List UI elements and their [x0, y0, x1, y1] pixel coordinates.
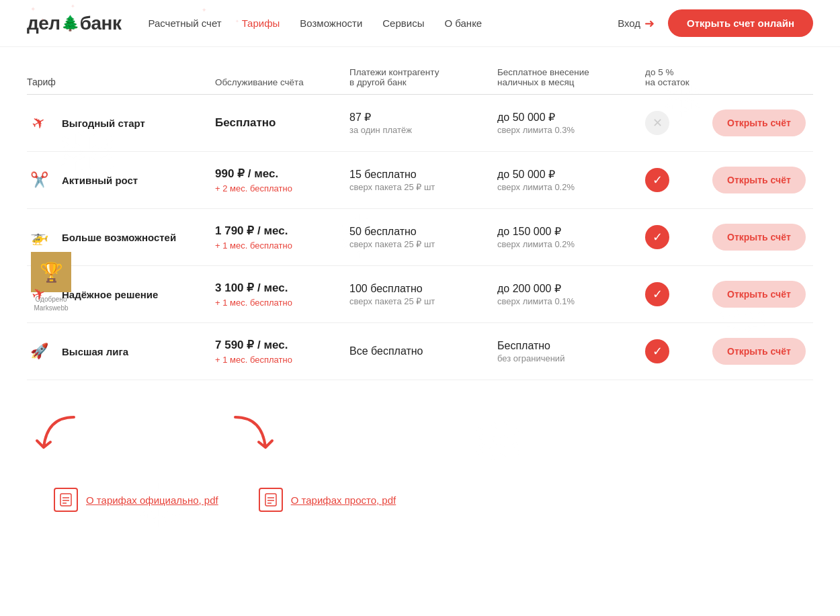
- tariff-icon-4: 🚀: [27, 339, 51, 363]
- cash-sub-4: без ограничений: [497, 353, 645, 363]
- login-arrow-icon: ➜: [644, 16, 655, 31]
- open-account-btn-4[interactable]: Открыть счёт: [712, 338, 806, 365]
- tariff-price-3: 3 100 ₽ / мес. + 1 мес. бесплатно: [215, 281, 349, 308]
- tariff-price-2: 1 790 ₽ / мес. + 1 мес. бесплатно: [215, 224, 349, 251]
- tariff-row-1: ✂️ Активный рост 990 ₽ / мес. + 2 мес. б…: [27, 152, 813, 209]
- tariff-price-4: 7 590 ₽ / мес. + 1 мес. бесплатно: [215, 338, 349, 365]
- tariff-action-0: Открыть счёт: [712, 109, 820, 136]
- footer-section: О тарифах официально, pdf О тарифах прос…: [0, 407, 840, 545]
- open-account-header-button[interactable]: Открыть счет онлайн: [668, 9, 813, 37]
- doc-icon-1: [60, 493, 72, 507]
- tariff-percent-0: ✕: [645, 111, 712, 135]
- tariff-name-cell-0: ✈ Выгодный старт: [27, 111, 215, 135]
- price-bonus-2: + 1 мес. бесплатно: [215, 240, 349, 251]
- tariff-action-1: Открыть счёт: [712, 167, 820, 193]
- main-nav: Расчетный счет Тарифы Возможности Сервис…: [148, 17, 618, 29]
- payments-sub-2: сверх пакета 25 ₽ шт: [349, 239, 497, 249]
- tariff-percent-2: ✓: [645, 225, 712, 249]
- tariff-row-4: 🚀 Высшая лига 7 590 ₽ / мес. + 1 мес. бе…: [27, 323, 813, 380]
- svg-rect-4: [265, 494, 276, 506]
- footer-link-simple[interactable]: О тарифах просто, pdf: [259, 488, 396, 512]
- payments-sub-3: сверх пакета 25 ₽ шт: [349, 296, 497, 306]
- check-yes-2: ✓: [645, 225, 669, 249]
- cash-main-3: до 200 000 ₽: [497, 282, 645, 295]
- tariff-row-0: ✈ Выгодный старт Бесплатно 87 ₽ за один …: [27, 95, 813, 152]
- payments-main-0: 87 ₽: [349, 111, 497, 124]
- tariff-payments-1: 15 бесплатно сверх пакета 25 ₽ шт: [349, 169, 497, 192]
- price-main-4: 7 590 ₽ / мес.: [215, 338, 349, 352]
- svg-rect-0: [60, 494, 71, 506]
- tariff-payments-4: Все бесплатно: [349, 345, 497, 357]
- footer-links: О тарифах официально, pdf О тарифах прос…: [27, 468, 813, 525]
- col-tariff: Тариф: [27, 77, 215, 87]
- footer-link-official-text: О тарифах официально, pdf: [86, 494, 218, 506]
- header: ✦ ✦ ✦ ✦ ✦ дел🌲банк Расчетный счет Тарифы…: [0, 0, 840, 47]
- tariff-percent-3: ✓: [645, 282, 712, 306]
- tariff-icon-0: ✈: [22, 106, 55, 139]
- tariff-action-4: Открыть счёт: [712, 338, 820, 365]
- price-main-3: 3 100 ₽ / мес.: [215, 281, 349, 295]
- footer-link-simple-text: О тарифах просто, pdf: [291, 494, 396, 506]
- tariff-price-0: Бесплатно: [215, 116, 349, 130]
- open-account-btn-1[interactable]: Открыть счёт: [712, 167, 806, 193]
- arrows-row: [27, 414, 813, 461]
- check-yes-4: ✓: [645, 339, 669, 363]
- payments-main-1: 15 бесплатно: [349, 169, 497, 181]
- col-cash: Бесплатное внесение наличных в месяц: [497, 67, 645, 87]
- open-account-btn-0[interactable]: Открыть счёт: [712, 109, 806, 136]
- tariff-name-cell-2: 🚁 Больше возможностей: [27, 225, 215, 249]
- tariff-name-cell-1: ✂️ Активный рост: [27, 168, 215, 192]
- cash-main-0: до 50 000 ₽: [497, 111, 645, 124]
- tariff-name-2: Больше возможностей: [62, 232, 176, 243]
- tariff-price-1: 990 ₽ / мес. + 2 мес. бесплатно: [215, 167, 349, 193]
- cash-main-1: до 50 000 ₽: [497, 168, 645, 181]
- tariff-payments-3: 100 бесплатно сверх пакета 25 ₽ шт: [349, 283, 497, 306]
- check-yes-1: ✓: [645, 168, 669, 192]
- tariff-percent-4: ✓: [645, 339, 712, 363]
- pdf-icon-official: [54, 488, 78, 512]
- tariff-cash-3: до 200 000 ₽ сверх лимита 0.1%: [497, 282, 645, 306]
- logo[interactable]: дел🌲банк: [27, 13, 121, 34]
- arrow-right-svg: [222, 414, 276, 461]
- cash-sub-1: сверх лимита 0.2%: [497, 182, 645, 192]
- login-label: Вход: [618, 17, 640, 29]
- logo-tree-icon: 🌲: [61, 15, 79, 32]
- tariff-action-3: Открыть счёт: [712, 281, 820, 308]
- tariff-cash-1: до 50 000 ₽ сверх лимита 0.2%: [497, 168, 645, 192]
- col-service: Обслуживание счёта: [215, 77, 349, 87]
- nav-item-services[interactable]: Сервисы: [382, 17, 424, 29]
- arrow-left-container: [34, 414, 87, 461]
- logo-text-part2: банк: [80, 13, 122, 34]
- footer-link-official[interactable]: О тарифах официально, pdf: [54, 488, 218, 512]
- nav-item-account[interactable]: Расчетный счет: [148, 17, 221, 29]
- col-payments: Платежи контрагенту в другой банк: [349, 67, 497, 87]
- price-bonus-1: + 2 мес. бесплатно: [215, 183, 349, 193]
- col-percent: до 5 % на остаток: [645, 67, 712, 87]
- tariff-name-4: Высшая лига: [62, 346, 128, 357]
- arrow-right-container: [222, 414, 276, 461]
- tariff-icon-2: 🚁: [27, 225, 51, 249]
- tariff-name-3: Надёжное решение: [62, 289, 158, 300]
- cash-main-2: до 150 000 ₽: [497, 225, 645, 238]
- price-main-1: 990 ₽ / мес.: [215, 167, 349, 181]
- nav-item-features[interactable]: Возможности: [300, 17, 362, 29]
- tariff-cash-2: до 150 000 ₽ сверх лимита 0.2%: [497, 225, 645, 249]
- payments-sub-1: сверх пакета 25 ₽ шт: [349, 182, 497, 192]
- login-button[interactable]: Вход ➜: [618, 16, 655, 31]
- nav-item-about[interactable]: О банке: [444, 17, 482, 29]
- cash-sub-3: сверх лимита 0.1%: [497, 296, 645, 306]
- cash-sub-0: сверх лимита 0.3%: [497, 125, 645, 135]
- cash-sub-2: сверх лимита 0.2%: [497, 239, 645, 249]
- payments-sub-0: за один платёж: [349, 125, 497, 135]
- price-bonus-3: + 1 мес. бесплатно: [215, 298, 349, 308]
- tariff-payments-0: 87 ₽ за один платёж: [349, 111, 497, 135]
- nav-item-tariffs[interactable]: Тарифы: [242, 17, 280, 29]
- logo-text-part1: дел: [27, 13, 60, 34]
- open-account-btn-3[interactable]: Открыть счёт: [712, 281, 806, 308]
- tariff-payments-2: 50 бесплатно сверх пакета 25 ₽ шт: [349, 226, 497, 249]
- open-account-btn-2[interactable]: Открыть счёт: [712, 224, 806, 251]
- main-content: 🏆 ОдобреноMarkswebb Тариф Обслуживание с…: [0, 47, 840, 407]
- tariff-cash-4: Бесплатно без ограничений: [497, 340, 645, 363]
- arrow-left-svg: [34, 414, 87, 461]
- cash-main-4: Бесплатно: [497, 340, 645, 352]
